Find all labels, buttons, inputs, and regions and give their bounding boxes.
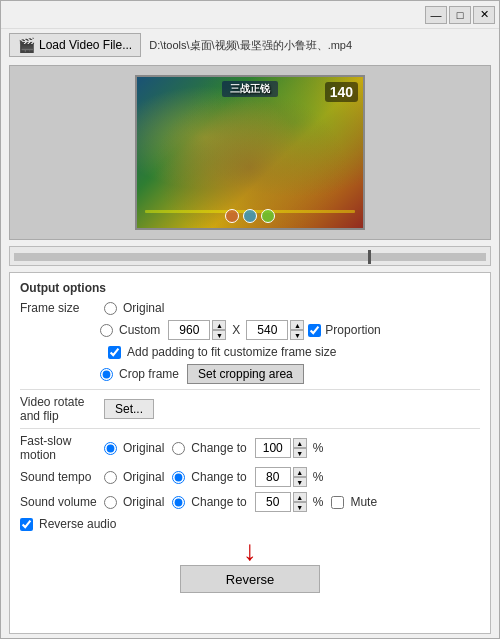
sound-volume-up-button[interactable]: ▲ xyxy=(293,492,307,502)
file-path-text: D:\tools\桌面\视频\最坚强的小鲁班、.mp4 xyxy=(149,38,491,53)
rotate-set-button[interactable]: Set... xyxy=(104,399,154,419)
frame-size-custom-radio[interactable] xyxy=(100,324,113,337)
sound-volume-spinner: ▲ ▼ xyxy=(293,492,307,512)
load-video-label: Load Video File... xyxy=(39,38,132,52)
sound-tempo-value-input[interactable] xyxy=(255,467,291,487)
fast-slow-original-label[interactable]: Original xyxy=(123,441,164,455)
sound-tempo-up-button[interactable]: ▲ xyxy=(293,467,307,477)
width-input-group: ▲ ▼ xyxy=(168,320,226,340)
game-header-bar: 三战正锐 xyxy=(222,81,278,97)
fast-slow-spinner: ▲ ▼ xyxy=(293,438,307,458)
section-title: Output options xyxy=(20,281,480,295)
reverse-audio-row: Reverse audio xyxy=(20,517,480,531)
sound-tempo-original-label[interactable]: Original xyxy=(123,470,164,484)
sound-volume-row: Sound volume Original Change to ▲ ▼ % Mu… xyxy=(20,492,480,512)
sound-volume-percent: % xyxy=(313,495,324,509)
fast-slow-row: Fast-slow motion Original Change to ▲ ▼ … xyxy=(20,434,480,462)
fast-slow-value-input[interactable] xyxy=(255,438,291,458)
close-button[interactable]: ✕ xyxy=(473,6,495,24)
width-up-button[interactable]: ▲ xyxy=(212,320,226,330)
sound-volume-label: Sound volume xyxy=(20,495,100,509)
sound-volume-original-radio[interactable] xyxy=(104,496,117,509)
timeline-thumb[interactable] xyxy=(368,250,371,264)
sound-volume-value-input[interactable] xyxy=(255,492,291,512)
sound-tempo-change-label[interactable]: Change to xyxy=(191,470,246,484)
score-display: 140 xyxy=(325,82,358,102)
sound-volume-change-label[interactable]: Change to xyxy=(191,495,246,509)
reverse-button[interactable]: Reverse xyxy=(180,565,320,593)
sound-tempo-original-radio[interactable] xyxy=(104,471,117,484)
crop-frame-radio[interactable] xyxy=(100,368,113,381)
sound-tempo-input-group: ▲ ▼ xyxy=(255,467,307,487)
fast-slow-original-radio[interactable] xyxy=(104,442,117,455)
crop-frame-label[interactable]: Crop frame xyxy=(119,367,179,381)
toolbar: 🎬 Load Video File... D:\tools\桌面\视频\最坚强的… xyxy=(1,29,499,61)
add-padding-row: Add padding to fit customize frame size xyxy=(20,345,480,359)
video-icon: 🎬 xyxy=(18,37,35,53)
reverse-audio-checkbox[interactable] xyxy=(20,518,33,531)
height-input[interactable] xyxy=(246,320,288,340)
arrow-down-icon: ↓ xyxy=(243,537,257,565)
options-panel: Output options Frame size Original Custo… xyxy=(9,272,491,634)
proportion-check-group: Proportion xyxy=(308,323,384,337)
sound-tempo-label: Sound tempo xyxy=(20,470,100,484)
add-padding-label[interactable]: Add padding to fit customize frame size xyxy=(127,345,336,359)
frame-size-label: Frame size xyxy=(20,301,100,315)
height-down-button[interactable]: ▼ xyxy=(290,330,304,340)
mute-checkbox[interactable] xyxy=(331,496,344,509)
timeline-track xyxy=(14,253,486,261)
video-rotate-label: Video rotate and flip xyxy=(20,395,100,423)
sound-volume-input-group: ▲ ▼ xyxy=(255,492,307,512)
mute-label[interactable]: Mute xyxy=(350,495,377,509)
fast-slow-up-button[interactable]: ▲ xyxy=(293,438,307,448)
sound-volume-down-button[interactable]: ▼ xyxy=(293,502,307,512)
fast-slow-down-button[interactable]: ▼ xyxy=(293,448,307,458)
video-preview-area: 三战正锐 140 xyxy=(9,65,491,240)
sound-volume-change-radio[interactable] xyxy=(172,496,185,509)
load-video-button[interactable]: 🎬 Load Video File... xyxy=(9,33,141,57)
sound-tempo-down-button[interactable]: ▼ xyxy=(293,477,307,487)
x-separator: X xyxy=(232,323,240,337)
proportion-label[interactable]: Proportion xyxy=(325,323,380,337)
sound-tempo-change-radio[interactable] xyxy=(172,471,185,484)
title-bar-buttons: — □ ✕ xyxy=(425,6,495,24)
set-cropping-button[interactable]: Set cropping area xyxy=(187,364,304,384)
title-bar: — □ ✕ xyxy=(1,1,499,29)
sound-volume-original-label[interactable]: Original xyxy=(123,495,164,509)
width-spinner: ▲ ▼ xyxy=(212,320,226,340)
height-spinner: ▲ ▼ xyxy=(290,320,304,340)
frame-size-original-radio[interactable] xyxy=(104,302,117,315)
width-down-button[interactable]: ▼ xyxy=(212,330,226,340)
sound-tempo-spinner: ▲ ▼ xyxy=(293,467,307,487)
proportion-checkbox[interactable] xyxy=(308,324,321,337)
height-up-button[interactable]: ▲ xyxy=(290,320,304,330)
fast-slow-label: Fast-slow motion xyxy=(20,434,100,462)
frame-size-row2: Custom ▲ ▼ X ▲ ▼ Proportion xyxy=(20,320,480,340)
frame-size-custom-label[interactable]: Custom xyxy=(119,323,160,337)
width-input[interactable] xyxy=(168,320,210,340)
divider2 xyxy=(20,428,480,429)
frame-size-original-label[interactable]: Original xyxy=(123,301,164,315)
reverse-btn-container: ↓ Reverse xyxy=(20,537,480,593)
maximize-button[interactable]: □ xyxy=(449,6,471,24)
fast-slow-change-radio[interactable] xyxy=(172,442,185,455)
sound-tempo-percent: % xyxy=(313,470,324,484)
timeline-bar[interactable] xyxy=(9,246,491,266)
height-input-group: ▲ ▼ xyxy=(246,320,304,340)
video-rotate-row: Video rotate and flip Set... xyxy=(20,395,480,423)
minimize-button[interactable]: — xyxy=(425,6,447,24)
game-icons-row xyxy=(225,209,275,223)
fast-slow-change-label[interactable]: Change to xyxy=(191,441,246,455)
reverse-audio-label[interactable]: Reverse audio xyxy=(39,517,116,531)
fast-slow-percent: % xyxy=(313,441,324,455)
divider1 xyxy=(20,389,480,390)
fast-slow-input-group: ▲ ▼ xyxy=(255,438,307,458)
sound-tempo-row: Sound tempo Original Change to ▲ ▼ % xyxy=(20,467,480,487)
main-window: — □ ✕ 🎬 Load Video File... D:\tools\桌面\视… xyxy=(0,0,500,639)
add-padding-checkbox[interactable] xyxy=(108,346,121,359)
frame-size-row1: Frame size Original xyxy=(20,301,480,315)
video-thumbnail: 三战正锐 140 xyxy=(135,75,365,230)
crop-frame-row: Crop frame Set cropping area xyxy=(20,364,480,384)
